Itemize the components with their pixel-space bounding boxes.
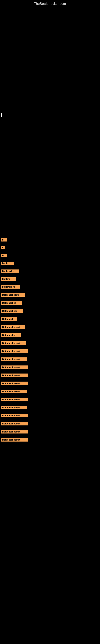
top-black-area — [0, 7, 100, 117]
result-item: Bottleneck result — [1, 366, 100, 370]
bottleneck-result-badge[interactable]: Bottleneck result — [1, 349, 28, 353]
result-item: Bottleneck result — [1, 422, 100, 426]
result-item: Bottleneck r — [1, 270, 100, 274]
bottleneck-result-badge[interactable]: Bottleneck result — [1, 341, 26, 345]
result-item: Bottleneck result — [1, 358, 100, 362]
result-item: Bottleneck result — [1, 398, 100, 402]
result-item: Bottleneck result — [1, 390, 100, 394]
bottleneck-result-badge[interactable]: B — [1, 238, 7, 242]
bottleneck-result-badge[interactable]: Bottleneck re — [1, 285, 20, 288]
result-item: Bottleneck result — [1, 382, 100, 386]
bottleneck-result-badge[interactable]: Bottleneck result — [1, 406, 27, 409]
bottleneck-result-badge[interactable]: Bottleneck result — [1, 366, 28, 369]
bottleneck-result-badge[interactable]: Bottleneck r — [1, 270, 19, 273]
result-item: B — [1, 254, 100, 258]
bottleneck-result-badge[interactable]: Bottleneck result — [1, 414, 28, 418]
result-item: E — [1, 246, 100, 250]
bottleneck-result-badge[interactable]: Bottleneck result — [1, 430, 28, 434]
result-item: Bottleneck result — [1, 414, 100, 418]
results-section: BEBBottlenBottleneck rBottleneBottleneck… — [0, 238, 100, 442]
bottleneck-result-badge[interactable]: E — [1, 246, 5, 249]
bottleneck-result-badge[interactable]: Bottlene — [1, 277, 16, 281]
result-item: Bottleneck re — [1, 285, 100, 290]
result-item: Bottleneck re — [1, 333, 100, 338]
bottleneck-result-badge[interactable]: Bottleneck — [1, 317, 17, 321]
result-item: Bottleneck result — [1, 325, 100, 330]
bottleneck-result-badge[interactable]: Bottleneck result — [1, 374, 28, 377]
bottleneck-result-badge[interactable]: Bottleneck result — [1, 358, 27, 361]
bottleneck-result-badge[interactable]: Bottleneck result — [1, 398, 28, 401]
site-title: TheBottlenecker.com — [0, 0, 100, 7]
result-item: Bottleneck ra — [1, 301, 100, 306]
result-item: Bottleneck result — [1, 341, 100, 346]
result-item: Bottleneck result — [1, 406, 100, 410]
result-item: Bottleneck result — [1, 430, 100, 434]
main-content: TheBottlenecker.com | BEBBottlenBottlene… — [0, 0, 100, 450]
result-item: Bottleneck — [1, 317, 100, 322]
cursor-indicator: | — [1, 113, 2, 117]
result-item: Bottleneck result — [1, 438, 100, 442]
result-item: Bottleneck result — [1, 349, 100, 354]
result-item: Bottleneck resul — [1, 293, 100, 298]
bottleneck-result-badge[interactable]: Bottleneck result — [1, 382, 28, 385]
bottleneck-result-badge[interactable]: Bottleneck re — [1, 333, 21, 337]
bottleneck-result-badge[interactable]: Bottleneck result — [1, 422, 28, 426]
bottleneck-result-badge[interactable]: Bottleneck result — [1, 438, 28, 442]
bottleneck-result-badge[interactable]: B — [1, 254, 7, 257]
bottleneck-result-badge[interactable]: Bottleneck res — [1, 309, 23, 313]
result-item: Bottleneck result — [1, 374, 100, 378]
bottleneck-result-badge[interactable]: Bottleneck resul — [1, 293, 25, 297]
result-item: B — [1, 238, 100, 242]
result-item: Bottlene — [1, 277, 100, 282]
result-item: Bottleneck res — [1, 309, 100, 314]
bottleneck-result-badge[interactable]: Bottleneck ra — [1, 301, 22, 305]
result-item: Bottlen — [1, 262, 100, 266]
bottleneck-result-badge[interactable]: Bottleneck result — [1, 325, 25, 329]
bottleneck-result-badge[interactable]: Bottlen — [1, 262, 14, 265]
bottleneck-result-badge[interactable]: Bottleneck result — [1, 390, 27, 393]
